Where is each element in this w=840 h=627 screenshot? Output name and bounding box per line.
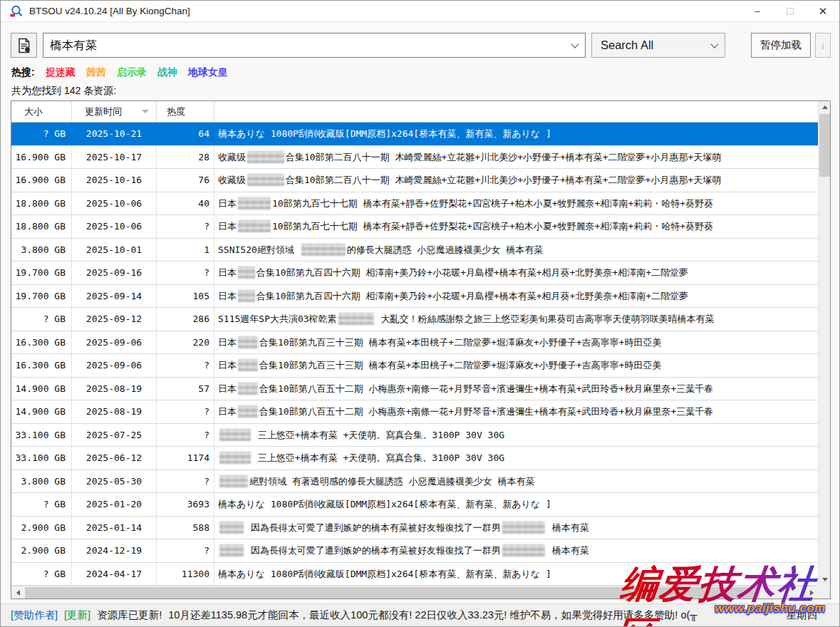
- table-row[interactable]: 19.700 GB2025-09-14105日本合集10部第九百四十六期 相澤南…: [11, 285, 818, 309]
- cell-heat: ?: [157, 215, 214, 238]
- hot-search-row: 热搜: 捉迷藏茜茜启示录战神地球女皇: [11, 66, 228, 79]
- cell-date: 2025-09-12: [72, 308, 157, 331]
- cell-size: 18.800 GB: [11, 215, 72, 238]
- hot-search-item[interactable]: 捉迷藏: [46, 66, 76, 79]
- cell-date: 2025-09-14: [72, 285, 157, 308]
- column-header-date[interactable]: 更新时间: [72, 101, 157, 122]
- censored-blur: [238, 359, 258, 371]
- vertical-scrollbar[interactable]: [818, 101, 830, 586]
- cell-heat: 76: [157, 169, 214, 192]
- title-text: 10部第九百七十七期 橋本有菜+靜香+佐野梨花+四宮桃子+柏木小夏+牧野麗奈+相…: [272, 221, 713, 232]
- table-row[interactable]: 2.900 GB2024-12-19? 因為長得太可愛了遭到嫉妒的橋本有菜被好友…: [11, 539, 818, 563]
- scroll-up-button[interactable]: [819, 101, 831, 113]
- table-row[interactable]: 14.900 GB2025-08-1957日本合集10部第八百五十二期 小梅惠奈…: [11, 378, 818, 401]
- table-row[interactable]: 3.800 GB2025-10-011SSNI520絕對領域 的修長大腿誘惑 小…: [11, 239, 818, 262]
- censored-blur: [238, 290, 255, 302]
- table-row[interactable]: 16.900 GB2025-10-1676收藏级合集10部第二百八十一期 木崎愛…: [11, 169, 818, 192]
- search-engine-select[interactable]: Search All: [591, 33, 725, 58]
- cell-title: 日本10部第九百七十七期 橋本有菜+靜香+佐野梨花+四宮桃子+柏木小夏+牧野麗奈…: [214, 192, 818, 215]
- title-text: 合集10部第二百八十一期 木崎愛麗絲+立花雛+川北美沙+小野優子+橋本有菜+二階…: [286, 152, 721, 162]
- toolbar: 橋本有菜 Search All 暂停加载 ↓: [11, 33, 831, 58]
- censored-blur: [238, 336, 258, 348]
- hot-search-item[interactable]: 战神: [157, 66, 177, 79]
- chevron-down-icon[interactable]: [571, 40, 579, 48]
- cell-size: 2.900 GB: [11, 539, 72, 562]
- scroll-right-button[interactable]: [805, 586, 818, 599]
- maximize-button[interactable]: [774, 1, 807, 22]
- table-row[interactable]: 16.900 GB2025-10-1728收藏级合集10部第二百八十一期 木崎愛…: [11, 146, 818, 170]
- table-row[interactable]: 18.800 GB2025-10-06?日本10部第九百七十七期 橋本有菜+靜香…: [11, 215, 818, 239]
- results-table: 大小 更新时间 热度 ? GB2025-10-2164橋本ありな 1080P刮削…: [11, 100, 831, 599]
- censored-blur: [238, 220, 271, 232]
- table-row[interactable]: ? GB2024-04-1711300橋本ありな 1080P刮削收藏版[DMM原…: [11, 563, 818, 586]
- engine-select-value: Search All: [601, 38, 712, 52]
- column-header-size[interactable]: 大小: [11, 101, 72, 122]
- close-button[interactable]: ✕: [807, 1, 839, 22]
- title-text: 大亂交！粉絲感謝祭之旅三上悠亞彩美旬果葵司吉高寧寧天使萌羽咲美晴橋本有菜: [375, 314, 715, 324]
- title-text: 日本: [218, 337, 237, 348]
- table-row[interactable]: 16.300 GB2025-09-06?日本合集10部第九百三十三期 橋本有菜+…: [11, 354, 818, 378]
- scroll-down-button[interactable]: [819, 574, 831, 586]
- sponsor-author-link[interactable]: [赞助作者]: [11, 608, 58, 622]
- search-combobox[interactable]: 橋本有菜: [43, 33, 586, 58]
- title-text: 橋本有菜: [546, 545, 589, 556]
- censored-blur: [247, 151, 284, 163]
- table-row[interactable]: ? GB2025-01-203693橋本ありな 1080P刮削收藏版[DMM原档…: [11, 493, 818, 517]
- censored-blur: [219, 475, 248, 487]
- update-link[interactable]: [更新]: [64, 608, 90, 622]
- column-header-title[interactable]: [214, 101, 818, 122]
- censored-blur: [219, 522, 244, 534]
- triangle-up-icon: [822, 103, 828, 109]
- table-row[interactable]: 19.700 GB2025-09-16?日本合集10部第九百四十六期 相澤南+美…: [11, 261, 818, 285]
- title-text: 絕對領域 有著透明感的修長大腿誘惑 小惡魔過膝襪美少女 橋本有菜: [249, 476, 534, 487]
- chevron-down-icon: [710, 40, 718, 48]
- cell-size: 2.900 GB: [11, 517, 72, 539]
- table-row[interactable]: 2.900 GB2025-01-14588 因為長得太可愛了遭到嫉妒的橋本有菜被…: [11, 517, 818, 540]
- cell-size: 14.900 GB: [11, 400, 72, 423]
- cell-heat: 28: [157, 146, 214, 169]
- horizontal-scroll-thumb[interactable]: [25, 587, 757, 598]
- hot-search-item[interactable]: 茜茜: [86, 66, 106, 79]
- cell-title: 橋本ありな 1080P刮削收藏版[DMM原档]x264[桥本有菜、新有菜、新あり…: [214, 493, 818, 516]
- result-count-text: 共为您找到 142 条资源:: [11, 85, 116, 98]
- cell-size: 33.100 GB: [11, 424, 72, 447]
- cell-title: 日本合集10部第九百四十六期 相澤南+美乃鈴+小花暖+月島櫻+橋本有菜+相月葵+…: [214, 285, 818, 308]
- minimize-button[interactable]: –: [741, 1, 774, 22]
- censored-blur: [238, 197, 271, 209]
- horizontal-scrollbar[interactable]: [11, 586, 818, 598]
- cell-title: 日本合集10部第九百四十六期 相澤南+美乃鈴+小花暖+月島櫻+橋本有菜+相月葵+…: [214, 261, 818, 284]
- table-row[interactable]: 33.100 GB2025-06-121174 三上悠亞+橋本有菜 +天使萌。寫…: [11, 447, 818, 470]
- title-text: 三上悠亞+橋本有菜 +天使萌。寫真合集。3100P 30V 30G: [252, 430, 504, 440]
- cell-heat: 1: [157, 239, 214, 261]
- table-row[interactable]: 14.900 GB2025-08-19?日本合集10部第八百五十二期 小梅惠奈+…: [11, 400, 818, 424]
- load-direction-button[interactable]: ↓: [815, 33, 831, 58]
- settings-button[interactable]: [11, 33, 37, 58]
- table-row[interactable]: ? GB2025-09-12286S115週年SP大共演03榨乾素 大亂交！粉絲…: [11, 308, 818, 331]
- cell-heat: 286: [157, 308, 214, 331]
- cell-heat: 40: [157, 192, 214, 215]
- column-header-heat[interactable]: 热度: [157, 101, 214, 122]
- cell-size: ? GB: [11, 123, 72, 145]
- cell-date: 2025-09-06: [72, 354, 157, 377]
- title-text: 日本: [218, 221, 237, 232]
- cell-heat: 588: [157, 517, 214, 539]
- cell-size: ? GB: [11, 308, 72, 331]
- title-text: 合集10部第八百五十二期 小梅惠奈+南條一花+月野琴音+濱邊彌生+橋本有菜+武田…: [259, 406, 713, 417]
- table-row[interactable]: ? GB2025-10-2164橋本ありな 1080P刮削收藏版[DMM原档]x…: [11, 123, 818, 146]
- hot-search-item[interactable]: 地球女皇: [188, 66, 228, 79]
- cell-heat: 1174: [157, 447, 214, 470]
- table-row[interactable]: 33.100 GB2025-07-25? 三上悠亞+橋本有菜 +天使萌。寫真合集…: [11, 424, 818, 447]
- search-input-value[interactable]: 橋本有菜: [50, 38, 572, 53]
- cell-title: 日本10部第九百七十七期 橋本有菜+靜香+佐野梨花+四宮桃子+柏木小夏+牧野麗奈…: [214, 215, 818, 238]
- table-row[interactable]: 16.300 GB2025-09-06220日本合集10部第九百三十三期 橋本有…: [11, 331, 818, 355]
- table-row[interactable]: 3.800 GB2025-05-30?絕對領域 有著透明感的修長大腿誘惑 小惡魔…: [11, 470, 818, 494]
- pause-loading-button[interactable]: 暂停加载: [751, 33, 811, 58]
- censored-blur: [219, 544, 244, 556]
- vertical-scroll-thumb[interactable]: [819, 114, 830, 177]
- hot-search-item[interactable]: 启示录: [117, 66, 147, 79]
- cell-title: 收藏级合集10部第二百八十一期 木崎愛麗絲+立花雛+川北美沙+小野優子+橋本有菜…: [214, 169, 818, 192]
- scroll-left-button[interactable]: [11, 586, 24, 599]
- cell-size: 16.300 GB: [11, 354, 72, 377]
- table-row[interactable]: 18.800 GB2025-10-0640日本10部第九百七十七期 橋本有菜+靜…: [11, 192, 818, 216]
- title-text: 日本: [218, 406, 237, 417]
